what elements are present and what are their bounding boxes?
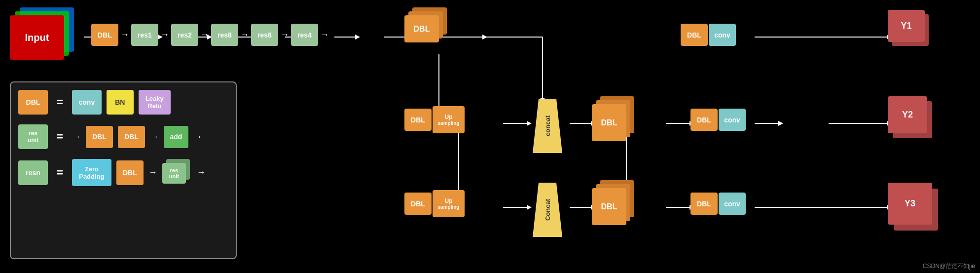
lower-right-dbl: DBL: [690, 193, 718, 215]
y2-label: Y2: [902, 110, 913, 120]
svg-marker-12: [355, 35, 360, 39]
y1-label: Y1: [901, 21, 911, 31]
legend-dbl-equals: =: [57, 96, 63, 109]
pipeline-res4: res4: [291, 24, 318, 46]
legend-resn-equals: =: [57, 166, 63, 179]
lower-dbl-upsample: DBL Up sampling: [404, 190, 465, 217]
middle-right-dbl-conv: DBL conv: [690, 109, 746, 131]
legend-res-unit: resunit: [18, 124, 48, 149]
legend-resunit-stack: resunit: [162, 159, 192, 186]
diagram-container: Input DBL → res1 → res2 → res8 → res8 → …: [0, 0, 980, 273]
middle-right-conv: conv: [719, 109, 746, 131]
dbl-stack-top-label: DBL: [414, 25, 430, 34]
top-pipeline: DBL → res1 → res2 → res8 → res8 → res4 →: [91, 24, 331, 46]
concat-lower-label: Concat: [544, 199, 551, 221]
top-right-dbl-conv: DBL conv: [681, 24, 736, 46]
legend-res-dbl1: DBL: [86, 126, 113, 148]
dbl-stack-lower-label: DBL: [601, 202, 617, 211]
dbl-stack-lower: DBL: [592, 180, 636, 227]
legend-leaky: LeakyRelu: [139, 90, 171, 115]
concat-middle: concat: [528, 96, 567, 156]
pipeline-res8a: res8: [211, 24, 238, 46]
input-label: Input: [25, 32, 49, 43]
legend-res-dbl2: DBL: [118, 126, 145, 148]
dbl-stack-top: DBL: [404, 7, 449, 54]
legend-dbl-row: DBL = conv BN LeakyRelu: [18, 90, 228, 115]
lower-upsample: Up sampling: [433, 190, 465, 217]
lower-right-conv: conv: [719, 193, 746, 215]
lower-dbl: DBL: [404, 193, 432, 215]
legend-resn: resn: [18, 160, 48, 185]
pipeline-dbl: DBL: [91, 24, 118, 46]
legend-resn-dbl: DBL: [116, 160, 144, 185]
pipeline-res8b: res8: [251, 24, 278, 46]
svg-marker-28: [778, 121, 783, 126]
pipeline-res1: res1: [131, 24, 158, 46]
legend-res-row: resunit = → DBL DBL → add →: [18, 124, 228, 149]
legend-add: add: [164, 126, 188, 148]
middle-dbl: DBL: [404, 109, 432, 131]
legend-zero-padding: ZeroPadding: [72, 159, 111, 186]
top-right-conv: conv: [709, 24, 736, 46]
concat-middle-label: concat: [544, 116, 551, 136]
legend-box: DBL = conv BN LeakyRelu resunit = → DBL …: [10, 81, 237, 259]
concat-lower: Concat: [528, 180, 567, 239]
y3-label: Y3: [905, 198, 915, 209]
lower-right-dbl-conv: DBL conv: [690, 193, 746, 215]
top-right-dbl: DBL: [681, 24, 708, 46]
legend-dbl: DBL: [18, 90, 48, 115]
y2-output: Y2: [888, 96, 937, 141]
svg-marker-15: [482, 35, 487, 39]
pipeline-res2: res2: [171, 24, 198, 46]
dbl-stack-middle: DBL: [592, 96, 636, 143]
middle-dbl-upsample: DBL Up sampling: [404, 106, 465, 133]
y3-output: Y3: [888, 183, 942, 232]
middle-right-dbl: DBL: [690, 109, 718, 131]
legend-bn: BN: [107, 90, 134, 115]
y1-output: Y1: [888, 10, 932, 49]
middle-upsample: Up sampling: [433, 106, 465, 133]
watermark: CSDN@茫茫不知jie: [923, 262, 975, 271]
input-stack: Input: [10, 7, 84, 72]
legend-resn-row: resn = ZeroPadding DBL → resunit →: [18, 159, 228, 186]
dbl-stack-middle-label: DBL: [601, 118, 617, 127]
legend-res-equals: =: [57, 130, 63, 143]
legend-conv: conv: [72, 90, 102, 115]
